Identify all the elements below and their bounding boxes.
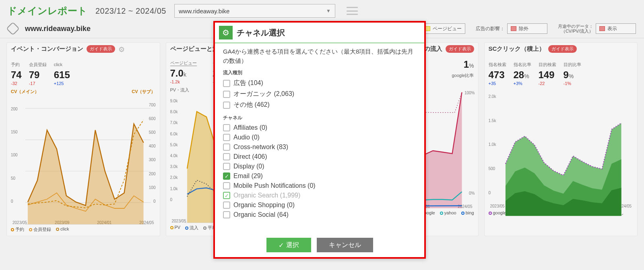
channel-option[interactable]: Direct (406) (223, 152, 416, 162)
option-label: Cross-network (83) (233, 143, 288, 151)
group-label: 流入種別 (223, 69, 416, 76)
channel-option[interactable]: ✓ Email (29) (223, 171, 416, 181)
channel-option[interactable]: Organic Shopping (0) (223, 200, 416, 210)
option-label: Audio (0) (233, 134, 260, 141)
checkbox-icon (223, 143, 230, 151)
checkbox-icon (223, 91, 230, 98)
checkbox-icon (223, 163, 230, 170)
channel-option[interactable]: Organic Social (64) (223, 210, 416, 220)
modal-description: GA4から連携させる項目を選んでください（最大8項目、括弧内は先月の数値） (223, 47, 416, 65)
option-label: Display (0) (233, 163, 264, 170)
checkbox-icon (223, 201, 230, 209)
option-label: Email (29) (233, 172, 263, 180)
option-label: Mobile Push Notifications (0) (233, 182, 316, 189)
channel-option[interactable]: 広告 (104) (223, 78, 416, 89)
checkbox-icon (223, 211, 230, 218)
checkbox-icon (223, 80, 230, 87)
option-label: Organic Search (1,999) (233, 192, 300, 199)
option-label: 広告 (104) (233, 79, 263, 87)
checkbox-icon (223, 134, 230, 141)
checkbox-icon (223, 124, 230, 131)
channel-option[interactable]: Audio (0) (223, 133, 416, 142)
channel-option[interactable]: その他 (462) (223, 100, 416, 110)
check-icon: ✓ (279, 241, 284, 249)
channel-option[interactable]: Mobile Push Notifications (0) (223, 181, 416, 191)
option-label: Affiliates (0) (233, 124, 267, 131)
channel-option[interactable]: Cross-network (83) (223, 142, 416, 152)
channel-option[interactable]: オーガニック (2,063) (223, 89, 416, 100)
checkbox-icon (223, 153, 230, 160)
channel-option: ✓ Organic Search (1,999) (223, 191, 416, 200)
checkbox-icon: ✓ (223, 192, 230, 199)
checkbox-icon (223, 182, 230, 189)
option-label: Organic Shopping (0) (233, 201, 295, 209)
select-button[interactable]: ✓選択 (266, 238, 311, 252)
group-label: チャネル (223, 114, 416, 121)
channel-option[interactable]: Affiliates (0) (223, 123, 416, 133)
channel-select-modal: ⚙ チャネル選択 GA4から連携させる項目を選んでください（最大8項目、括弧内は… (213, 21, 426, 259)
option-label: Direct (406) (233, 153, 267, 160)
option-label: オーガニック (2,063) (233, 90, 294, 98)
checkbox-icon: ✓ (223, 172, 230, 180)
cancel-button[interactable]: キャンセル (317, 238, 373, 252)
modal-title: チャネル選択 (237, 27, 285, 38)
channel-option[interactable]: Display (0) (223, 162, 416, 171)
checkbox-icon (223, 102, 230, 109)
option-label: Organic Social (64) (233, 211, 289, 218)
option-label: その他 (462) (233, 101, 270, 109)
gear-icon: ⚙ (219, 26, 233, 39)
